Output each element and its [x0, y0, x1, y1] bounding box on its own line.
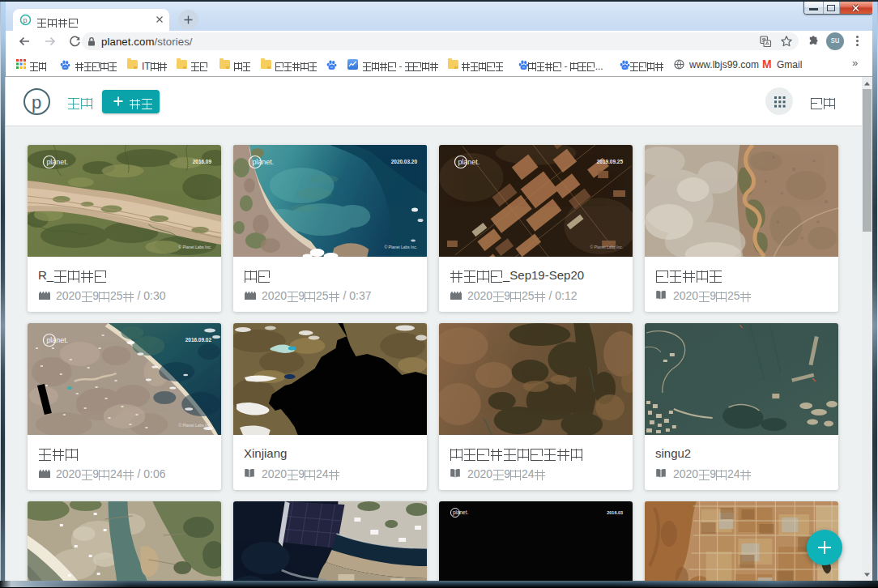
svg-text:© Planet Labs Inc.: © Planet Labs Inc.: [590, 245, 623, 249]
svg-text:2016.09: 2016.09: [193, 159, 212, 164]
svg-text:2016.03: 2016.03: [607, 510, 623, 515]
svg-text:© Planet Labs Inc.: © Planet Labs Inc.: [178, 245, 211, 249]
svg-text:2016.09.02: 2016.09.02: [185, 337, 212, 343]
svg-text:© Planet Labs Inc.: © Planet Labs Inc.: [178, 423, 211, 428]
svg-text:planet.: planet.: [453, 509, 469, 516]
svg-text:planet.: planet.: [458, 158, 479, 166]
svg-text:2019.09.25: 2019.09.25: [597, 159, 624, 164]
svg-text:p: p: [23, 16, 28, 24]
svg-text:planet.: planet.: [46, 336, 68, 344]
svg-text:2020.03.20: 2020.03.20: [391, 159, 418, 164]
svg-text:planet.: planet.: [46, 158, 68, 166]
svg-text:planet.: planet.: [252, 158, 274, 166]
svg-text:© Planet Labs Inc.: © Planet Labs Inc.: [384, 245, 417, 249]
